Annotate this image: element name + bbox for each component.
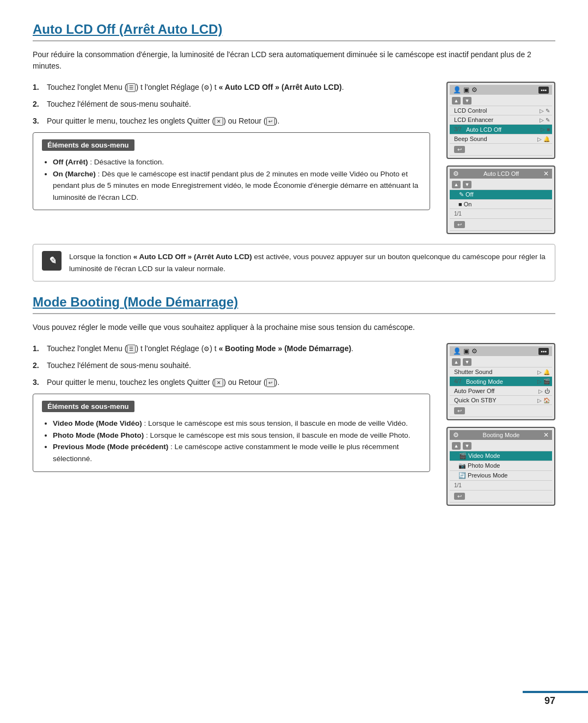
s2-lcd-row-shutter: Shutter Sound ▷ 🔔 bbox=[450, 367, 552, 377]
quick-on-stby-label: Quick On STBY bbox=[452, 397, 537, 403]
sub-up-btn[interactable]: ▲ bbox=[452, 181, 461, 188]
menu-icon: ☰ bbox=[127, 83, 136, 92]
lcd-control-label: LCD Control bbox=[452, 107, 540, 114]
s2-sub-nav-buttons: ▲ ▼ bbox=[452, 442, 471, 450]
s2-person-icon: 👤 bbox=[453, 347, 461, 355]
s2-step3-text: Pour quitter le menu, touchez les onglet… bbox=[47, 377, 430, 388]
section2-step1: 1. Touchez l'onglet Menu (☰) t l'onglet … bbox=[33, 343, 430, 354]
s2-sub-nav-row: ▲ ▼ bbox=[450, 441, 552, 451]
section2-steps-and-ui: 1. Touchez l'onglet Menu (☰) t l'onglet … bbox=[33, 343, 555, 506]
s2-sub-gear-icon: ⚙ bbox=[453, 431, 459, 439]
s2-sub-up-btn[interactable]: ▲ bbox=[452, 442, 461, 450]
note-text: Lorsque la fonction « Auto LCD Off » (Ar… bbox=[69, 251, 546, 274]
sub-gear-icon: ⚙ bbox=[453, 170, 459, 177]
s2-sub-back-btn[interactable]: ↩ bbox=[454, 493, 465, 500]
lcd-submenu-header: ⚙ Auto LCD Off ✕ bbox=[450, 169, 552, 179]
submenu-item-on: On (Marche) : Dès que le caméscope est i… bbox=[53, 168, 421, 204]
step1-text: Touchez l'onglet Menu (☰) t l'onglet Rég… bbox=[47, 82, 430, 93]
s2-lcd-row-auto-power: Auto Power Off ▷ ⏻ bbox=[450, 387, 552, 396]
previous-mode-label: 🔄 Previous Mode bbox=[452, 472, 550, 479]
lcd-row-beep-sound: Beep Sound ▷ 🔔 bbox=[450, 134, 552, 144]
s2-step-number-2: 2. bbox=[33, 360, 42, 371]
section2-submenu-box: Éléments de sous-menu Video Mode (Mode V… bbox=[33, 394, 430, 471]
lcd-icons: 👤 ▣ ⚙ bbox=[453, 86, 477, 94]
s2-step-number-1: 1. bbox=[33, 343, 42, 354]
nav-buttons: ▲ ▼ bbox=[452, 97, 471, 105]
sub-counter: 1/1 bbox=[452, 210, 464, 217]
section2-lcd-submenu: ⚙ Booting Mode ✕ ▲ ▼ ✔ 🎬 Video Mode 📷 Ph… bbox=[446, 427, 555, 506]
section2-submenu-title: Éléments de sous-menu bbox=[42, 401, 134, 412]
sub-off-label: ✎ Off bbox=[457, 191, 550, 198]
s2-lcd-back-row: ↩ bbox=[450, 405, 552, 417]
battery-icon: ▪▪▪ bbox=[538, 87, 549, 94]
menu-icon: ▣ bbox=[463, 86, 469, 94]
sub-down-btn[interactable]: ▼ bbox=[463, 181, 471, 188]
back-button[interactable]: ↩ bbox=[454, 146, 465, 153]
back-icon: ↩ bbox=[266, 117, 275, 126]
s2-lcd-submenu-header: ⚙ Booting Mode ✕ bbox=[450, 430, 552, 440]
section1-steps-col: 1. Touchez l'onglet Menu (☰) t l'onglet … bbox=[33, 82, 430, 234]
section2-submenu-list: Video Mode (Mode Vidéo) : Lorsque le cam… bbox=[42, 418, 421, 464]
auto-power-off-arrow: ▷ ⏻ bbox=[538, 388, 550, 394]
down-btn[interactable]: ▼ bbox=[463, 97, 471, 105]
lcd-enhancer-arrow: ▷ ✎ bbox=[540, 117, 550, 123]
s2-step1-text: Touchez l'onglet Menu (☰) t l'onglet Rég… bbox=[47, 343, 430, 354]
s2-nav-buttons: ▲ ▼ bbox=[452, 358, 471, 366]
section1-step1: 1. Touchez l'onglet Menu (☰) t l'onglet … bbox=[33, 82, 430, 93]
video-mode-label: 🎬 Video Mode bbox=[457, 452, 550, 459]
sub-back-row: ↩ bbox=[450, 219, 552, 231]
s2-lcd-header: 👤 ▣ ⚙ ▪▪▪ bbox=[450, 346, 552, 356]
section1-intro: Pour réduire la consommation d'énergie, … bbox=[33, 49, 555, 72]
s2-lcd-nav-row: ▲ ▼ bbox=[450, 357, 552, 367]
s2-back-button[interactable]: ↩ bbox=[454, 407, 465, 414]
sub-on-label: ■ On bbox=[452, 201, 550, 207]
s2-lcd-submenu-title: Booting Mode bbox=[483, 432, 520, 438]
lcd-back-row: ↩ bbox=[450, 144, 552, 156]
section2-step3: 3. Pour quitter le menu, touchez les ong… bbox=[33, 377, 430, 388]
section1-ui-col: 👤 ▣ ⚙ ▪▪▪ ▲ ▼ LCD Control ▷ ✎ LCD Enhanc… bbox=[446, 82, 555, 234]
section1-step2: 2. Touchez l'élément de sous-menu souhai… bbox=[33, 99, 430, 110]
section1-step3: 3. Pour quitter le menu, touchez les ong… bbox=[33, 115, 430, 127]
lcd-row-auto-lcd-off[interactable]: 3/7 Auto LCD Off ▷ ■ bbox=[450, 125, 552, 134]
section2-title: Mode Booting (Mode Démarrage) bbox=[33, 295, 555, 314]
up-btn[interactable]: ▲ bbox=[452, 97, 461, 105]
sub-nav-row: ▲ ▼ bbox=[450, 180, 552, 190]
s2-sub-row-previous[interactable]: 🔄 Previous Mode bbox=[450, 471, 552, 481]
section2-intro: Vous pouvez régler le mode veille que vo… bbox=[33, 322, 555, 333]
s2-sub-counter-row: 1/1 bbox=[450, 481, 552, 491]
section2-step2: 2. Touchez l'élément de sous-menu souhai… bbox=[33, 360, 430, 371]
s2-step-number-3: 3. bbox=[33, 377, 42, 388]
note-icon: ✎ bbox=[42, 251, 62, 271]
submenu-photo-mode: Photo Mode (Mode Photo) : Lorsque le cam… bbox=[53, 430, 421, 442]
s2-lcd-row-quick-on: Quick On STBY ▷ 🏠 bbox=[450, 396, 552, 405]
booting-mode-arrow: ▷ 🎬 bbox=[537, 378, 550, 384]
beep-sound-label: Beep Sound bbox=[452, 136, 537, 142]
s2-sub-row-video[interactable]: ✔ 🎬 Video Mode bbox=[450, 451, 552, 461]
s2-sub-down-btn[interactable]: ▼ bbox=[463, 442, 471, 450]
lcd-header: 👤 ▣ ⚙ ▪▪▪ bbox=[450, 85, 552, 95]
s2-menu-icon: ☰ bbox=[127, 345, 136, 353]
page-line bbox=[523, 691, 588, 693]
gear-icon: ⚙ bbox=[471, 86, 477, 94]
lcd-row-lcd-enhancer: LCD Enhancer ▷ ✎ bbox=[450, 115, 552, 125]
s2-lcd-row-booting[interactable]: 4/7 Booting Mode ▷ 🎬 bbox=[450, 377, 552, 387]
shutter-sound-label: Shutter Sound bbox=[452, 369, 537, 375]
step2-text: Touchez l'élément de sous-menu souhaité. bbox=[47, 99, 430, 110]
section1-lcd-submenu: ⚙ Auto LCD Off ✕ ▲ ▼ ✔ ✎ Off ■ On 1/1 bbox=[446, 166, 555, 234]
s2-lcd-submenu-close[interactable]: ✕ bbox=[543, 431, 549, 439]
s2-sub-row-photo[interactable]: 📷 Photo Mode bbox=[450, 461, 552, 471]
sub-back-btn[interactable]: ↩ bbox=[454, 221, 465, 228]
photo-mode-label: 📷 Photo Mode bbox=[452, 462, 550, 469]
s2-up-btn[interactable]: ▲ bbox=[452, 358, 461, 366]
s2-sub-back-row: ↩ bbox=[450, 491, 552, 503]
lcd-submenu-close[interactable]: ✕ bbox=[543, 170, 549, 177]
sub-row-off[interactable]: ✔ ✎ Off bbox=[450, 190, 552, 200]
step-number-2: 2. bbox=[33, 99, 42, 110]
sub-row-on[interactable]: ■ On bbox=[450, 200, 552, 209]
s2-gear-icon: ⚙ bbox=[471, 347, 477, 355]
sub-counter-row: 1/1 bbox=[450, 209, 552, 219]
s2-down-btn[interactable]: ▼ bbox=[463, 358, 471, 366]
s2-lcd-counter: 4/7 bbox=[452, 378, 464, 385]
auto-lcd-off-label: Auto LCD Off bbox=[464, 126, 541, 133]
shutter-sound-arrow: ▷ 🔔 bbox=[537, 369, 550, 375]
